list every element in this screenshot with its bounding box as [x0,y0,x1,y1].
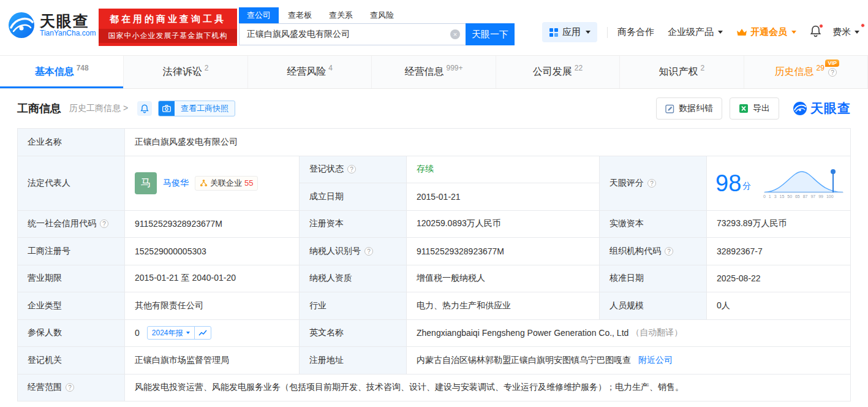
label-organization-code: 组织机构代码 [600,238,707,265]
value-staff-size: 0人 [707,292,851,320]
value-insured-count: 0 2024年报 [125,320,300,348]
logo-title: 天眼查 [40,12,96,30]
help-icon[interactable] [364,247,373,256]
tab-label: 知识产权 [659,66,698,78]
score-number: 98 [715,172,741,195]
notification-dot [819,24,823,28]
tab-intellectual-property[interactable]: 知识产权 2 [620,56,744,88]
tianyancha-logo-icon [793,101,807,116]
label-approval-date: 核准日期 [600,265,707,293]
help-icon[interactable] [647,179,656,188]
score-distribution-chart: 0 1 3 15 50 65 87 97 99 100 [763,168,844,199]
value-business-scope: 风能发电投资运营、风能发电服务业务（包括项目前期开发、技术咨询、设计、建设与安装… [125,375,851,402]
apps-grid-icon [549,28,559,37]
search-tab-risk[interactable]: 查风险 [362,7,402,23]
chevron-down-icon [586,31,591,34]
tab-count: 2 [205,64,209,72]
label-paid-in-capital: 实缴资本 [600,211,707,238]
label-business-scope: 经营范围 [18,375,125,402]
tab-count: 2 [700,64,704,72]
related-companies-count: 55 [244,178,253,188]
label-registered-capital: 注册资本 [300,211,407,238]
search-input-wrap [239,23,466,45]
tab-operating-info[interactable]: 经营信息 999+ [372,56,496,88]
data-correction-button[interactable]: 数据纠错 [656,97,722,120]
search-tab-company[interactable]: 查公司 [239,7,279,23]
tab-company-development[interactable]: 公司发展 22 [496,56,620,88]
label-registration-authority: 登记机关 [18,347,125,375]
help-icon[interactable] [100,219,108,228]
score-axis-labels: 0 1 3 15 50 65 87 97 99 100 [763,194,844,199]
help-icon[interactable] [665,247,673,256]
annual-report-control: 2024年报 [147,326,211,340]
label-industry: 行业 [300,292,407,320]
label-taxpayer-qualification: 纳税人资质 [300,265,407,293]
export-button[interactable]: 导出 [730,97,779,120]
header-nav: 应用 商务合作 企业级产品 开通会员 费米 [542,22,859,42]
help-icon[interactable] [347,165,356,173]
subscribe-bell[interactable] [137,101,152,116]
business-snapshot-button[interactable]: 查看工商快照 [158,101,235,116]
tab-history-info[interactable]: VIP 历史信息 29 [744,56,868,88]
nav-cooperation[interactable]: 商务合作 [617,26,654,38]
history-business-info-link[interactable]: 历史工商信息 > [69,103,128,114]
user-menu[interactable]: 费米 [832,26,859,38]
nav-divider [607,27,608,38]
tab-count: 22 [575,64,583,72]
label-registered-address: 注册地址 [300,347,407,375]
top-header: 天眼查 TianYanCha.com 都在用的商业查询工具 国家中小企业发展子基… [0,0,868,55]
enterprise-products-label: 企业级产品 [668,26,714,38]
score-curve-icon [763,168,844,194]
chevron-down-icon [718,31,723,34]
insured-trend-button[interactable] [195,329,211,337]
nav-enterprise-products[interactable]: 企业级产品 [668,26,723,38]
clear-icon[interactable] [450,29,460,39]
slogan-banner: 都在用的商业查询工具 国家中小企业发展子基金旗下机构 [99,9,237,46]
related-companies-badge[interactable]: 关联企业 55 [195,176,258,191]
registered-address: 内蒙古自治区锡林郭勒盟正镶白旗明安图镇乌宁巴图嘎查 [417,355,631,366]
tab-label: 法律诉讼 [163,66,202,78]
label-business-term: 营业期限 [18,265,125,293]
tab-legal-proceedings[interactable]: 法律诉讼 2 [124,56,247,88]
nearby-companies-link[interactable]: 附近公司 [638,355,673,366]
help-icon[interactable] [828,68,837,77]
value-registration-status: 存续 [407,156,600,184]
search-tab-relation[interactable]: 查关系 [321,7,361,23]
notification-bell[interactable] [810,25,821,39]
nav-open-vip[interactable]: 开通会员 [736,26,796,38]
tianyancha-logo[interactable]: 天眼查 TianYanCha.com [7,11,96,39]
search-tab-boss[interactable]: 查老板 [280,7,320,23]
help-icon[interactable] [66,383,74,392]
vip-badge: VIP [825,59,839,67]
value-business-term: 2015-01-21 至 2040-01-20 [125,265,300,293]
related-companies-label: 关联企业 [210,178,242,189]
tab-label: 公司发展 [533,66,572,78]
tab-label: 基本信息 [35,66,74,78]
export-button-label: 导出 [753,103,770,114]
label-english-name: 英文名称 [300,320,407,348]
tab-label: 历史信息 [775,66,814,78]
section-title: 工商信息 [17,101,61,116]
legal-rep-name-link[interactable]: 马俊华 [163,178,189,189]
logo-domain: TianYanCha.com [40,29,96,38]
value-organization-code: 32892367-7 [707,238,851,265]
username: 费米 [832,26,851,38]
label-insured-count: 参保人数 [18,320,125,348]
annual-report-link[interactable]: 2024年报 [148,328,194,338]
tab-operating-risk[interactable]: 经营风险 4 [248,56,372,88]
value-legal-representative: 马 马俊华 关联企业 55 [125,156,300,211]
search-input[interactable] [240,24,466,45]
value-establish-date: 2015-01-21 [407,183,600,211]
tab-label: 经营信息 [404,66,443,78]
camera-icon [159,101,175,116]
apps-menu[interactable]: 应用 [542,22,597,42]
correction-button-label: 数据纠错 [679,103,713,114]
excel-export-icon [739,104,749,113]
open-vip-label: 开通会员 [750,26,787,38]
legal-rep-avatar[interactable]: 马 [135,172,157,194]
slogan-line1: 都在用的商业查询工具 [99,9,237,25]
search-button[interactable]: 天眼一下 [466,23,515,45]
apps-label: 应用 [562,26,581,38]
tab-basic-info[interactable]: 基本信息 748 [0,56,124,88]
label-establish-date: 成立日期 [300,183,407,211]
